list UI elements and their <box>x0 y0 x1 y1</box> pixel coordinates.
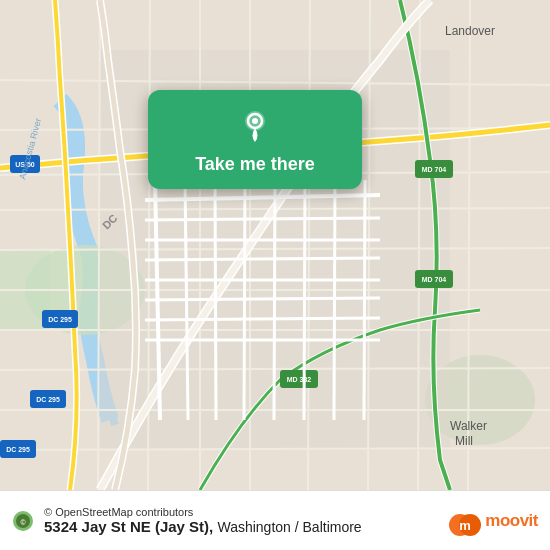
popup-card[interactable]: Take me there <box>148 90 362 189</box>
svg-text:m: m <box>459 518 471 533</box>
svg-text:MD 704: MD 704 <box>422 276 447 283</box>
osm-credit: © OpenStreetMap contributors <box>44 506 437 518</box>
svg-line-48 <box>244 180 245 420</box>
svg-line-42 <box>145 298 380 300</box>
address-text: 5324 Jay St NE (Jay St), Washington / Ba… <box>44 518 437 535</box>
moovit-logo: m moovit <box>447 503 538 539</box>
svg-text:Mill: Mill <box>455 434 473 448</box>
moovit-text-label: moovit <box>485 511 538 531</box>
svg-line-47 <box>215 180 216 420</box>
svg-text:DC 295: DC 295 <box>6 446 30 453</box>
svg-line-50 <box>304 180 305 420</box>
map-container: US 50 MD 704 MD 704 MD 332 DC 295 DC 295… <box>0 0 550 490</box>
svg-line-51 <box>334 180 335 420</box>
svg-text:DC 295: DC 295 <box>48 316 72 323</box>
svg-line-43 <box>145 318 380 320</box>
svg-point-61 <box>252 118 258 124</box>
svg-text:Walker: Walker <box>450 419 487 433</box>
svg-line-38 <box>145 218 380 220</box>
svg-text:MD 704: MD 704 <box>422 166 447 173</box>
map-pin-icon <box>236 106 274 144</box>
moovit-brand-icon: m <box>447 503 483 539</box>
take-me-there-button[interactable]: Take me there <box>195 154 315 175</box>
map-svg: US 50 MD 704 MD 704 MD 332 DC 295 DC 295… <box>0 0 550 490</box>
osm-logo: © <box>12 510 34 532</box>
svg-text:©: © <box>20 518 26 525</box>
svg-line-40 <box>145 258 380 260</box>
svg-text:Landover: Landover <box>445 24 495 38</box>
bottom-bar: © © OpenStreetMap contributors 5324 Jay … <box>0 490 550 550</box>
svg-text:MD 332: MD 332 <box>287 376 312 383</box>
svg-text:DC 295: DC 295 <box>36 396 60 403</box>
svg-line-49 <box>274 180 275 420</box>
svg-line-52 <box>364 180 365 420</box>
